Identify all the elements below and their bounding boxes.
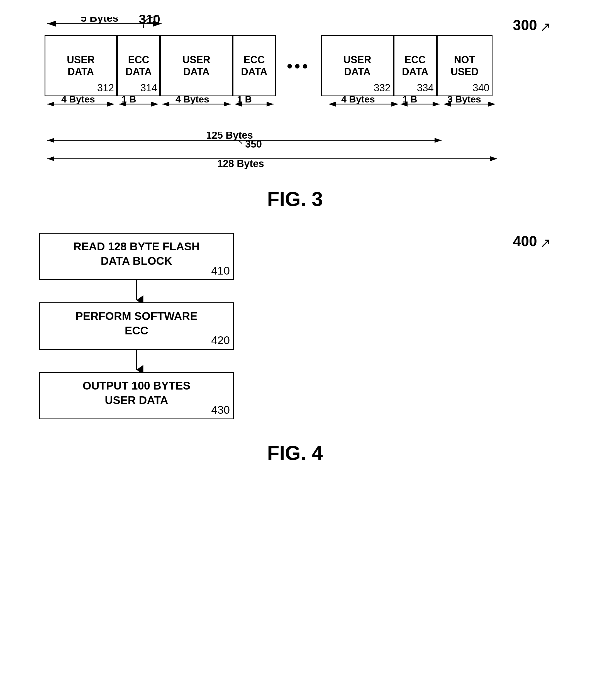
block-not-used-340: NOTUSED 340 — [437, 35, 492, 96]
svg-text:1 B: 1 B — [237, 96, 252, 104]
block-user-data-312: USERDATA 312 — [44, 35, 117, 96]
measurements-svg: 4 Bytes 1 B 4 Bytes 1 B 4 Bytes 1 B — [44, 96, 507, 130]
fig4-ref-arrow: ↗ — [540, 235, 551, 251]
fig4-ref-num: 400 — [513, 233, 537, 249]
svg-text:4 Bytes: 4 Bytes — [61, 96, 95, 104]
ellipsis-dots: ••• — [276, 35, 321, 96]
measurements-area: 4 Bytes 1 B 4 Bytes 1 B 4 Bytes 1 B — [44, 96, 568, 131]
svg-text:5 Bytes: 5 Bytes — [81, 17, 118, 24]
flowchart: READ 128 BYTE FLASHDATA BLOCK 410 PERFOR… — [39, 233, 568, 419]
block-ecc-data-334: ECCDATA 334 — [394, 35, 437, 96]
block-user-data-2: USERDATA — [160, 35, 232, 96]
ref-310-label: 310 — [127, 14, 160, 32]
svg-text:4 Bytes: 4 Bytes — [341, 96, 375, 104]
block-ecc-data-314: ECCDATA 314 — [117, 35, 160, 96]
ref-310-num: 310 — [139, 12, 160, 27]
flow-box-420: PERFORM SOFTWAREECC 420 — [39, 303, 234, 350]
page: 300 ↗ 310 — [0, 0, 590, 700]
diagram-main-row: USERDATA 312 ECCDATA 314 USERDATA ECCDAT… — [44, 35, 568, 96]
bytes125-area: 125 Bytes 350 — [44, 132, 568, 150]
svg-text:128 Bytes: 128 Bytes — [217, 158, 264, 169]
fig4-section: 400 ↗ READ 128 BYTE FLASHDATA BLOCK 410 — [22, 233, 568, 464]
flow-arrow-down-2 — [128, 350, 145, 372]
svg-text:350: 350 — [245, 138, 262, 149]
svg-text:1 B: 1 B — [121, 96, 136, 104]
bytes5-area: 310 5 Bytes — [44, 17, 568, 31]
bytes125-svg: 125 Bytes 350 — [44, 132, 501, 149]
flow-arrow-1 — [39, 280, 234, 303]
fig4-ref-container: 400 ↗ — [513, 233, 551, 251]
svg-text:4 Bytes: 4 Bytes — [176, 96, 209, 104]
flow-arrow-2 — [39, 350, 234, 372]
bytes128-svg: 128 Bytes — [44, 150, 501, 170]
fig3-section: 300 ↗ 310 — [22, 17, 568, 211]
flow-box-410: READ 128 BYTE FLASHDATA BLOCK 410 — [39, 233, 234, 280]
bytes128-area: 128 Bytes — [44, 150, 568, 171]
flow-arrow-down-1 — [128, 280, 145, 303]
fig4-title: FIG. 4 — [22, 442, 568, 464]
flow-box-430: OUTPUT 100 BYTESUSER DATA 430 — [39, 372, 234, 419]
svg-text:3 Bytes: 3 Bytes — [448, 96, 481, 104]
block-user-data-332: USERDATA 332 — [321, 35, 394, 96]
fig3-title: FIG. 3 — [22, 188, 568, 211]
block-ecc-data-2: ECCDATA — [232, 35, 276, 96]
svg-text:1 B: 1 B — [402, 96, 417, 104]
